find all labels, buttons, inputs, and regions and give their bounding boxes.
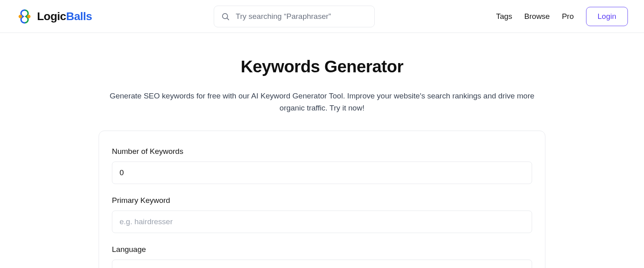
language-selected-value: Select the language: [120, 266, 187, 268]
logo[interactable]: LogicBalls: [16, 8, 92, 25]
primary-keyword-input[interactable]: [112, 211, 532, 233]
page-subtitle: Generate SEO keywords for free with our …: [109, 90, 535, 115]
field-language: Language Select the language: [112, 245, 532, 268]
count-input[interactable]: [112, 162, 532, 184]
app-header: LogicBalls Tags Browse Pro Login: [0, 0, 644, 33]
field-count: Number of Keywords: [112, 147, 532, 184]
nav-pro[interactable]: Pro: [562, 12, 574, 21]
page-title: Keywords Generator: [99, 57, 545, 76]
language-select-wrap: Select the language: [112, 260, 532, 268]
logo-icon: [16, 8, 33, 25]
search-icon: [221, 12, 230, 21]
logo-text: LogicBalls: [37, 10, 92, 23]
primary-keyword-label: Primary Keyword: [112, 196, 532, 205]
logo-text-part1: Logic: [37, 10, 66, 23]
search-container: [214, 6, 375, 27]
logo-text-part2: Balls: [66, 10, 92, 23]
field-primary-keyword: Primary Keyword: [112, 196, 532, 233]
main-content: Keywords Generator Generate SEO keywords…: [99, 33, 545, 268]
count-label: Number of Keywords: [112, 147, 532, 156]
svg-line-3: [227, 18, 229, 20]
nav-tags[interactable]: Tags: [496, 12, 512, 21]
language-select[interactable]: Select the language: [112, 260, 532, 268]
login-button[interactable]: Login: [586, 7, 628, 26]
header-nav: Tags Browse Pro Login: [496, 7, 628, 26]
svg-point-1: [27, 14, 31, 18]
search-input[interactable]: [214, 6, 375, 27]
svg-point-0: [19, 14, 22, 18]
nav-browse[interactable]: Browse: [524, 12, 550, 21]
form-card: Number of Keywords Primary Keyword Langu…: [99, 131, 545, 268]
language-label: Language: [112, 245, 532, 254]
